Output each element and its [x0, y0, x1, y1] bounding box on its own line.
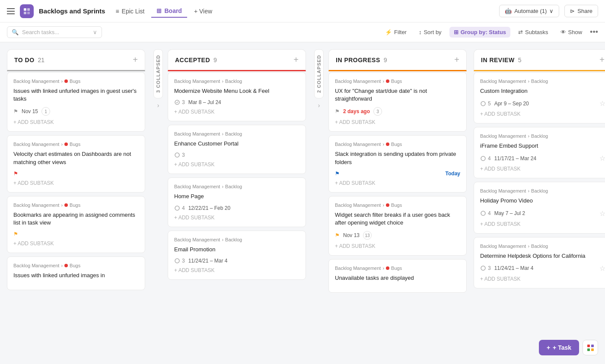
sort-button[interactable]: ↕ Sort by: [414, 27, 446, 38]
add-subtask-btn[interactable]: + ADD SUBTASK: [480, 221, 605, 227]
grid-dot-1: [587, 345, 590, 347]
star-button[interactable]: ☆: [599, 209, 605, 218]
add-subtask-btn[interactable]: + ADD SUBTASK: [480, 276, 605, 282]
flag-icon: ⚑: [335, 108, 340, 114]
flag-icon: ⚑: [335, 232, 340, 238]
share-button[interactable]: ⊳ Share: [564, 5, 598, 17]
grid-apps-button[interactable]: [583, 340, 598, 355]
search-box[interactable]: 🔍 Search tasks... ∨: [7, 26, 102, 38]
flag-icon: ⚑: [13, 171, 18, 177]
card-accepted-3[interactable]: Backlog Management › Backlog Home Page 4…: [168, 177, 306, 227]
automate-chevron-icon: ∨: [549, 8, 554, 14]
header-left: Backlogs and Sprints ≡ Epic List ⊞ Board…: [7, 4, 217, 18]
show-icon: 👁: [560, 29, 566, 35]
nav-board[interactable]: ⊞ Board: [151, 5, 187, 18]
subtasks-button[interactable]: ⇄ Subtasks: [514, 27, 552, 38]
svg-rect-0: [24, 8, 26, 11]
column-add-todo[interactable]: +: [133, 55, 138, 65]
column-add-in-review[interactable]: +: [599, 55, 605, 65]
expand-arrow-2[interactable]: ›: [318, 102, 320, 109]
expand-arrow-1[interactable]: ›: [157, 102, 159, 109]
column-in-review: IN REVIEW 5 + Backlog Management › Backl…: [474, 49, 605, 348]
nav-epic-list[interactable]: ≡ Epic List: [110, 5, 150, 17]
header: Backlogs and Sprints ≡ Epic List ⊞ Board…: [0, 0, 605, 22]
add-subtask-btn[interactable]: + ADD SUBTASK: [174, 161, 299, 168]
bug-dot: [64, 79, 68, 83]
card-meta: Backlog Management › Bugs: [13, 142, 139, 147]
add-subtask-btn[interactable]: + ADD SUBTASK: [174, 215, 299, 221]
cards-area-in-review: Backlog Management › Backlog Custom Inte…: [474, 72, 605, 348]
add-subtask-btn[interactable]: + ADD SUBTASK: [174, 109, 299, 115]
card-inprogress-1[interactable]: Backlog Management › Bugs UX for "Change…: [328, 72, 467, 132]
add-subtask-btn[interactable]: + ADD SUBTASK: [480, 166, 605, 172]
card-accepted-4[interactable]: Backlog Management › Backlog Email Promo…: [168, 231, 306, 280]
add-subtask-btn[interactable]: + ADD SUBTASK: [480, 111, 605, 117]
new-task-button[interactable]: + + Task: [539, 340, 579, 355]
svg-point-10: [481, 211, 485, 215]
nav-view[interactable]: + View: [189, 5, 217, 17]
filter-icon: ⚡: [385, 29, 392, 35]
column-header-accepted: ACCEPTED 9 +: [168, 49, 306, 71]
app-icon: [20, 4, 34, 18]
card-accepted-1[interactable]: Backlog Management › Backlog Modernize W…: [168, 72, 306, 121]
hamburger-menu[interactable]: [7, 8, 15, 14]
card-accepted-2[interactable]: Backlog Management › Backlog Enhance Cus…: [168, 125, 306, 174]
bug-dot: [386, 203, 389, 207]
grid-dot-4: [591, 348, 594, 351]
column-add-accepted[interactable]: +: [293, 55, 299, 65]
column-add-in-progress[interactable]: +: [454, 55, 459, 65]
toolbar: 🔍 Search tasks... ∨ ⚡ Filter ↕ Sort by ⊞…: [0, 22, 605, 42]
add-subtask-btn[interactable]: + ADD SUBTASK: [13, 119, 139, 125]
card-inprogress-4[interactable]: Backlog Management › Bugs Unavailable ta…: [328, 259, 467, 293]
card-inprogress-2[interactable]: Backlog Management › Bugs Slack integrat…: [328, 135, 467, 192]
card-inreview-1[interactable]: Backlog Management › Backlog Custom Inte…: [474, 72, 605, 123]
cards-area-in-progress: Backlog Management › Bugs UX for "Change…: [328, 72, 467, 348]
svg-point-6: [175, 206, 179, 210]
plus-icon: +: [547, 344, 550, 351]
more-options-button[interactable]: •••: [590, 28, 598, 37]
automate-icon: 🤖: [505, 8, 512, 14]
collapsed-col-1: 3 COLLAPSED ›: [152, 49, 164, 348]
card-meta: Backlog Management › Bugs: [13, 263, 139, 268]
collapsed-header-2[interactable]: 2 COLLAPSED: [314, 49, 324, 98]
board-icon: ⊞: [156, 7, 162, 14]
bug-dot: [386, 142, 389, 146]
sort-icon: ↕: [419, 29, 422, 35]
assignee-avatar: 3: [373, 107, 382, 116]
card-inprogress-3[interactable]: Backlog Management › Bugs Widget search …: [328, 196, 467, 256]
card-todo-2[interactable]: Backlog Management › Bugs Velocity chart…: [7, 135, 145, 192]
bug-dot: [386, 79, 389, 83]
star-button[interactable]: ☆: [599, 264, 605, 272]
column-header-in-progress: IN PROGRESS 9 +: [328, 49, 467, 71]
search-icon: 🔍: [12, 29, 19, 35]
column-header-todo: TO DO 21 +: [7, 49, 145, 71]
card-todo-4[interactable]: Backlog Management › Bugs Issues with li…: [7, 256, 145, 290]
column-in-progress: IN PROGRESS 9 + Backlog Management › Bug…: [328, 49, 467, 348]
add-subtask-btn[interactable]: + ADD SUBTASK: [13, 241, 139, 247]
epic-list-icon: ≡: [115, 8, 119, 15]
add-subtask-btn[interactable]: + ADD SUBTASK: [13, 180, 139, 186]
group-button[interactable]: ⊞ Group by: Status: [449, 27, 510, 38]
board-container: TO DO 21 + Backlog Management › Bugs Iss…: [0, 42, 605, 355]
card-inreview-2[interactable]: Backlog Management › Backlog iFrame Embe…: [474, 127, 605, 178]
filter-button[interactable]: ⚡ Filter: [381, 27, 411, 38]
bug-dot: [64, 203, 68, 207]
star-button[interactable]: ☆: [599, 99, 605, 108]
column-todo: TO DO 21 + Backlog Management › Bugs Iss…: [7, 49, 145, 348]
collapsed-header-1[interactable]: 3 COLLAPSED: [153, 49, 163, 98]
card-todo-1[interactable]: Backlog Management › Bugs Issues with li…: [7, 72, 145, 132]
svg-point-11: [481, 266, 485, 270]
flag-icon: ⚑: [335, 171, 340, 177]
add-subtask-btn[interactable]: + ADD SUBTASK: [335, 119, 460, 125]
app-title: Backlogs and Sprints: [39, 7, 105, 15]
cards-area-todo: Backlog Management › Bugs Issues with li…: [7, 72, 145, 348]
card-inreview-4[interactable]: Backlog Management › Backlog Determine H…: [474, 237, 605, 288]
card-inreview-3[interactable]: Backlog Management › Backlog Holiday Pro…: [474, 182, 605, 233]
card-todo-3[interactable]: Backlog Management › Bugs Bookmarks are …: [7, 196, 145, 253]
automate-button[interactable]: 🤖 Automate (1) ∨: [499, 5, 559, 17]
add-subtask-btn[interactable]: + ADD SUBTASK: [335, 180, 460, 186]
add-subtask-btn[interactable]: + ADD SUBTASK: [335, 243, 460, 249]
add-subtask-btn[interactable]: + ADD SUBTASK: [174, 267, 299, 273]
star-button[interactable]: ☆: [599, 154, 605, 162]
show-button[interactable]: 👁 Show: [556, 27, 587, 38]
